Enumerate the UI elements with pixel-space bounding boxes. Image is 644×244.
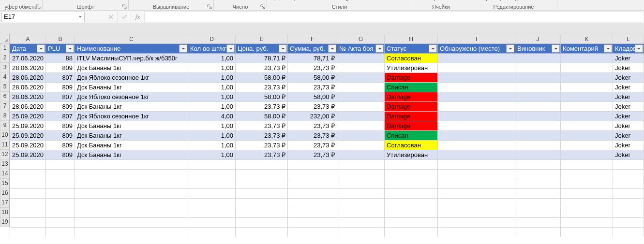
- filter-dropdown-icon[interactable]: [66, 44, 74, 53]
- empty-cell[interactable]: [515, 199, 561, 208]
- empty-cell[interactable]: [613, 218, 644, 228]
- filter-dropdown-icon[interactable]: [506, 44, 514, 53]
- table-header-0[interactable]: Дата: [10, 44, 46, 54]
- cell-status[interactable]: Утилизирован: [385, 150, 438, 160]
- empty-cell[interactable]: [288, 189, 337, 199]
- empty-cell[interactable]: [288, 170, 337, 179]
- cell-price[interactable]: 58,00 ₽: [236, 112, 288, 121]
- dialog-launcher-icon[interactable]: [121, 4, 127, 10]
- empty-cell[interactable]: [613, 199, 644, 208]
- cell-loc[interactable]: [438, 102, 515, 112]
- empty-cell[interactable]: [188, 208, 236, 218]
- cell-act[interactable]: [337, 121, 385, 131]
- column-header-J[interactable]: J: [515, 34, 561, 44]
- empty-cell[interactable]: [337, 170, 385, 179]
- cell-vin[interactable]: [515, 102, 561, 112]
- empty-cell[interactable]: [188, 218, 236, 228]
- row-header-14[interactable]: 14: [0, 169, 10, 179]
- empty-cell[interactable]: [288, 199, 337, 208]
- column-header-I[interactable]: I: [438, 34, 515, 44]
- row-header-10[interactable]: 10: [0, 130, 10, 140]
- cell-plu[interactable]: 809: [46, 63, 75, 73]
- cell-qty[interactable]: 1,00: [188, 150, 236, 160]
- cell-name[interactable]: Дск Бананы 1кг: [75, 121, 188, 131]
- cell-plu[interactable]: 809: [46, 150, 75, 160]
- cell-vin[interactable]: [515, 83, 561, 92]
- cell-klad[interactable]: Joker: [613, 141, 644, 150]
- empty-cell[interactable]: [337, 228, 385, 237]
- cell-vin[interactable]: [515, 141, 561, 150]
- empty-cell[interactable]: [75, 170, 188, 179]
- empty-cell[interactable]: [561, 208, 613, 218]
- row-header-19[interactable]: 19: [0, 217, 10, 227]
- cell-plu[interactable]: 807: [46, 112, 75, 121]
- row-header-17[interactable]: 17: [0, 198, 10, 208]
- empty-cell[interactable]: [438, 208, 515, 218]
- cell-act[interactable]: [337, 63, 385, 73]
- empty-cell[interactable]: [337, 218, 385, 228]
- cell-name[interactable]: Дск Бананы 1кг: [75, 131, 188, 141]
- empty-cell[interactable]: [10, 208, 46, 218]
- ribbon-item[interactable]: ячеек: [356, 0, 374, 1]
- cell-name[interactable]: Дск Яблоко сезонное 1кг: [75, 92, 188, 102]
- table-header-10[interactable]: Коментарий: [561, 44, 613, 54]
- table-header-7[interactable]: Статус: [385, 44, 438, 54]
- empty-cell[interactable]: [438, 199, 515, 208]
- ribbon-item[interactable]: выделить: [509, 0, 536, 1]
- row-header-6[interactable]: 6: [0, 92, 10, 101]
- empty-cell[interactable]: [10, 170, 46, 179]
- cell-date[interactable]: 27.06.2020: [10, 54, 46, 63]
- empty-cell[interactable]: [561, 160, 613, 170]
- empty-cell[interactable]: [337, 189, 385, 199]
- cell-com[interactable]: [561, 102, 613, 112]
- cell-com[interactable]: [561, 63, 613, 73]
- empty-cell[interactable]: [438, 170, 515, 179]
- cell-sum[interactable]: 23,73 ₽: [288, 121, 337, 131]
- empty-cell[interactable]: [561, 218, 613, 228]
- row-header-16[interactable]: 16: [0, 188, 10, 198]
- ribbon-item[interactable]: и фильтр: [480, 0, 507, 1]
- cell-name[interactable]: Дск Бананы 1кг: [75, 150, 188, 160]
- empty-cell[interactable]: [236, 199, 288, 208]
- cell-act[interactable]: [337, 73, 385, 83]
- empty-cell[interactable]: [385, 208, 438, 218]
- cell-name[interactable]: Дск Бананы 1кг: [75, 102, 188, 112]
- empty-cell[interactable]: [75, 199, 188, 208]
- cell-date[interactable]: 25.09.2020: [10, 131, 46, 141]
- empty-cell[interactable]: [10, 160, 46, 170]
- cell-name[interactable]: Дск Яблоко сезонное 1кг: [75, 73, 188, 83]
- empty-cell[interactable]: [561, 179, 613, 189]
- filter-dropdown-icon[interactable]: [279, 44, 287, 53]
- cell-qty[interactable]: 1,00: [188, 63, 236, 73]
- cell-status[interactable]: Damage: [385, 121, 438, 131]
- cell-plu[interactable]: 809: [46, 102, 75, 112]
- cell-act[interactable]: [337, 131, 385, 141]
- cell-klad[interactable]: Joker: [613, 92, 644, 102]
- empty-cell[interactable]: [438, 189, 515, 199]
- empty-cell[interactable]: [613, 160, 644, 170]
- cell-loc[interactable]: [438, 73, 515, 83]
- cell-loc[interactable]: [438, 92, 515, 102]
- row-header-7[interactable]: 7: [0, 101, 10, 111]
- cell-plu[interactable]: 809: [46, 83, 75, 92]
- empty-cell[interactable]: [46, 179, 75, 189]
- cell-status[interactable]: Damage: [385, 102, 438, 112]
- filter-dropdown-icon[interactable]: [328, 44, 336, 53]
- ribbon-item[interactable]: форматирование: [272, 0, 318, 1]
- cell-sum[interactable]: 232,00 ₽: [288, 112, 337, 121]
- empty-cell[interactable]: [385, 218, 438, 228]
- filter-dropdown-icon[interactable]: [179, 44, 187, 53]
- formula-cancel-button[interactable]: [104, 11, 118, 23]
- empty-cell[interactable]: [75, 160, 188, 170]
- empty-cell[interactable]: [438, 218, 515, 228]
- cell-com[interactable]: [561, 121, 613, 131]
- cell-act[interactable]: [337, 150, 385, 160]
- filter-dropdown-icon[interactable]: [552, 44, 560, 53]
- empty-cell[interactable]: [236, 228, 288, 237]
- table-header-2[interactable]: Наименование: [75, 44, 188, 54]
- empty-cell[interactable]: [188, 170, 236, 179]
- row-header-12[interactable]: 12: [0, 150, 10, 159]
- cell-vin[interactable]: [515, 73, 561, 83]
- empty-cell[interactable]: [10, 199, 46, 208]
- cell-vin[interactable]: [515, 92, 561, 102]
